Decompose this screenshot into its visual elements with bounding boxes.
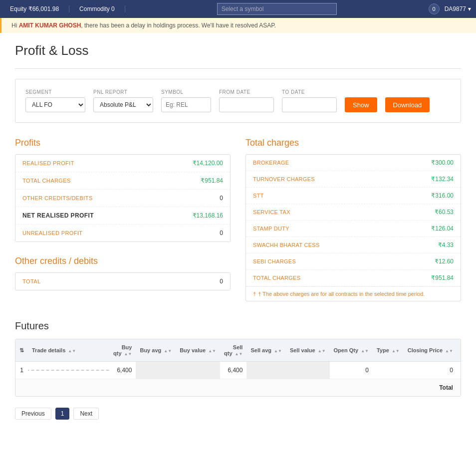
symbol-search-wrapper: [125, 3, 429, 15]
futures-data-table: ⇅ Trade details ▲▼ Buyqty ▲▼ Buy avg ▲▼ …: [15, 339, 461, 396]
turnover-value: ₹132.34: [431, 176, 454, 183]
col-type[interactable]: Type ▲▼: [373, 339, 404, 362]
row-buy-qty: 6,400: [109, 362, 136, 379]
col-sell-qty[interactable]: Sellqty ▲▼: [220, 339, 246, 362]
pnl-report-filter: PNL REPORT Absolute P&L: [93, 89, 153, 112]
other-credits-debits-label: OTHER CREDITS/DEBITS: [22, 195, 93, 201]
filter-row: SEGMENT ALL FO PNL REPORT Absolute P&L S…: [25, 89, 451, 112]
main-content: Profit & Loss SEGMENT ALL FO PNL REPORT …: [0, 33, 476, 475]
from-date-label: FROM DATE: [219, 89, 274, 95]
download-button[interactable]: Download: [385, 97, 430, 112]
symbol-input[interactable]: [161, 97, 211, 112]
charges-total-label: TOTAL CHARGES: [253, 275, 300, 281]
sebi-charges-value: ₹12.60: [435, 258, 454, 265]
symbol-search-input[interactable]: [217, 3, 337, 15]
futures-title: Futures: [15, 320, 461, 332]
total-charges-section: Total charges BROKERAGE ₹300.00 TURNOVER…: [245, 138, 461, 305]
other-credits-total-value: 0: [220, 278, 223, 285]
to-date-input[interactable]: 17/09/2016: [282, 97, 337, 112]
symbol-filter: SYMBOL: [161, 89, 211, 112]
charges-note-icon: †: [253, 291, 256, 297]
realized-profit-label: REALISED PROFIT: [22, 160, 74, 166]
row-sell-qty: 6,400: [220, 362, 246, 379]
other-credits-debits-value: 0: [220, 195, 223, 202]
current-page-button[interactable]: 1: [55, 408, 70, 420]
from-date-input[interactable]: 22/08/2016: [219, 97, 274, 112]
pnl-label: PNL REPORT: [93, 89, 153, 95]
col-open-qty[interactable]: Open Qty ▲▼: [330, 339, 373, 362]
col-realized-profit[interactable]: Realized Profit ▲▼: [457, 339, 461, 362]
profits-table: REALISED PROFIT ₹14,120.00 TOTAL CHARGES…: [15, 154, 231, 242]
segment-select[interactable]: ALL FO: [25, 97, 85, 112]
col-sell-value[interactable]: Sell value ▲▼: [286, 339, 330, 362]
other-credits-table: TOTAL 0: [15, 272, 231, 290]
service-tax-label: SERVICE TAX: [253, 209, 290, 215]
footer-total-label: Total: [15, 379, 457, 397]
footer-realized-total: ₹14,120.00: [457, 379, 461, 397]
swachh-cess-value: ₹4.33: [438, 241, 454, 248]
total-charges-section-title: Total charges: [245, 138, 461, 148]
other-credits-debits-row: OTHER CREDITS/DEBITS 0: [15, 190, 230, 207]
commodity-balance: Commodity 0: [69, 5, 125, 12]
equity-balance: Equity ₹66,001.98: [5, 5, 69, 12]
topnav-right: 0 DA9877 ▾: [429, 3, 471, 14]
row-num: 1: [15, 362, 28, 379]
stamp-duty-row: STAMP DUTY ₹126.04: [246, 221, 461, 237]
swachh-cess-row: SWACHH BHARAT CESS ₹4.33: [246, 237, 461, 253]
stt-label: STT: [253, 193, 264, 199]
other-credits-section: Other credits / debits TOTAL 0: [15, 256, 231, 290]
sebi-charges-label: SEBI CHARGES: [253, 258, 296, 264]
stamp-duty-label: STAMP DUTY: [253, 226, 289, 232]
col-buy-avg[interactable]: Buy avg ▲▼: [136, 339, 176, 362]
row-trade-details: ██████████████: [28, 362, 109, 379]
futures-section: Futures ⇅ Trade details ▲▼ Buyqty ▲▼ Buy…: [15, 320, 461, 423]
brokerage-label: BROKERAGE: [253, 160, 289, 166]
row-realized-profit: ₹14,120.00: [457, 362, 461, 379]
user-menu[interactable]: DA9877 ▾: [445, 5, 471, 12]
total-charges-row: TOTAL CHARGES ₹951.84: [15, 172, 230, 190]
row-sell-avg: ████: [246, 362, 285, 379]
table-footer-row: Total ₹14,120.00 0: [15, 379, 461, 397]
other-credits-title: Other credits / debits: [15, 256, 231, 266]
notification-badge[interactable]: 0: [429, 3, 440, 14]
row-type: [373, 362, 404, 379]
brokerage-row: BROKERAGE ₹300.00: [246, 155, 461, 171]
charges-total-value: ₹951.84: [431, 274, 454, 281]
alert-banner: Hi AMIT KUMAR GHOSH, there has been a de…: [0, 18, 476, 33]
row-open-qty: 0: [330, 362, 373, 379]
turnover-label: TURNOVER CHARGES: [253, 176, 315, 182]
next-button[interactable]: Next: [73, 408, 99, 420]
unrealized-profit-label: UNREALISED PROFIT: [22, 230, 83, 236]
charges-table: BROKERAGE ₹300.00 TURNOVER CHARGES ₹132.…: [245, 154, 461, 301]
other-credits-total-row: TOTAL 0: [15, 273, 230, 290]
realized-profit-row: REALISED PROFIT ₹14,120.00: [15, 155, 230, 172]
pagination: Previous 1 Next: [15, 405, 461, 423]
col-closing-price[interactable]: Closing Price ▲▼: [404, 339, 457, 362]
profits-title: Profits: [15, 138, 231, 148]
top-navigation: Equity ₹66,001.98 Commodity 0 0 DA9877 ▾: [0, 0, 476, 18]
col-buy-qty[interactable]: Buyqty ▲▼: [109, 339, 136, 362]
other-credits-total-label: TOTAL: [22, 278, 40, 284]
divider: [15, 68, 461, 69]
previous-button[interactable]: Previous: [15, 408, 51, 420]
row-buy-value: ████████: [176, 362, 220, 379]
segment-label: SEGMENT: [25, 89, 85, 95]
pnl-select[interactable]: Absolute P&L: [93, 97, 153, 112]
net-realized-profit-value: ₹13,168.16: [193, 212, 223, 219]
col-buy-value[interactable]: Buy value ▲▼: [176, 339, 220, 362]
table-row: 1 ██████████████ 6,400 ████ ████████ 6,4…: [15, 362, 461, 379]
table-header-row: ⇅ Trade details ▲▼ Buyqty ▲▼ Buy avg ▲▼ …: [15, 339, 461, 362]
row-closing-price: 0: [404, 362, 457, 379]
profits-section: Profits REALISED PROFIT ₹14,120.00 TOTAL…: [15, 138, 231, 305]
alert-message: , there has been a delay in holdings pro…: [81, 22, 276, 29]
total-charges-label: TOTAL CHARGES: [22, 178, 71, 184]
col-trade-details[interactable]: Trade details ▲▼: [28, 339, 109, 362]
show-button[interactable]: Show: [345, 97, 377, 112]
col-sell-avg[interactable]: Sell avg ▲▼: [246, 339, 285, 362]
turnover-row: TURNOVER CHARGES ₹132.34: [246, 171, 461, 188]
stt-value: ₹316.00: [431, 192, 454, 199]
symbol-label: SYMBOL: [161, 89, 211, 95]
unrealized-profit-value: 0: [220, 230, 223, 237]
sort-icon[interactable]: ⇅: [19, 347, 24, 353]
page-title: Profit & Loss: [15, 43, 461, 58]
